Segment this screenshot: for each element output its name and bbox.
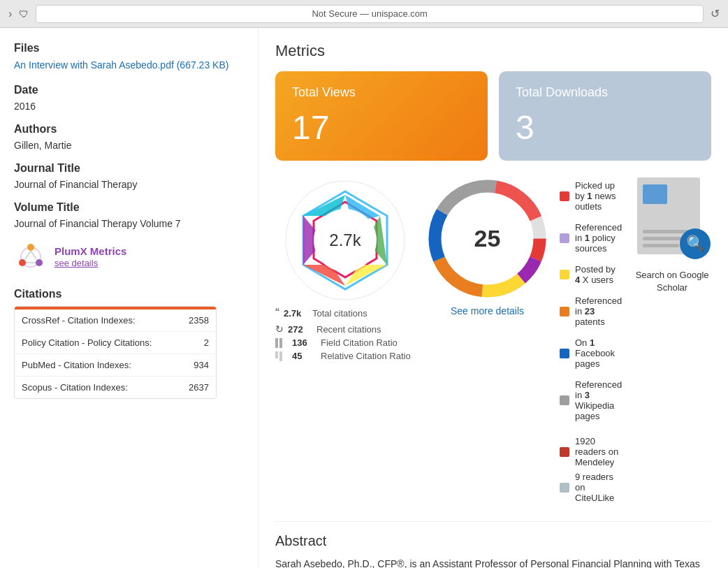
abstract-text: Sarah Asebedo, Ph.D., CFP®, is an Assist… bbox=[275, 556, 711, 568]
facebook-text: On 1 Facebook pages bbox=[575, 337, 622, 369]
breakdown-news: Picked up by 1 news outlets bbox=[560, 180, 622, 212]
back-icon[interactable]: › bbox=[8, 8, 12, 20]
twitter-text: Posted by 4 X users bbox=[575, 264, 622, 285]
citelike-dot bbox=[560, 483, 569, 493]
svg-point-2 bbox=[36, 259, 43, 266]
volume-title: Volume Title bbox=[14, 201, 244, 214]
patents-text: Referenced in 23 patents bbox=[575, 296, 622, 327]
plumx-see-details-link[interactable]: see details bbox=[54, 258, 98, 268]
citelike-text: 9 readers on CiteULike bbox=[575, 472, 622, 503]
metrics-cards: Total Views 17 Total Downloads 3 bbox=[275, 71, 711, 161]
relative-citation-row: 45 Relative Citation Ratio bbox=[275, 351, 415, 361]
sidebar: Files An Interview with Sarah Asebedo.pd… bbox=[0, 28, 259, 568]
patents-dot bbox=[560, 307, 569, 316]
citation-row: Policy Citation - Policy Citations: 2 bbox=[15, 332, 216, 354]
total-views-value: 17 bbox=[292, 108, 471, 147]
plumx-section: PlumX Metrics see details bbox=[14, 240, 244, 274]
shield-icon: 🛡 bbox=[19, 8, 29, 20]
field-citation-num: 136 bbox=[292, 337, 316, 348]
scholar-widget[interactable]: 🔍 Search on Google Scholar bbox=[633, 177, 711, 294]
breakdown-facebook: On 1 Facebook pages bbox=[560, 337, 622, 369]
citation-value-0: 2358 bbox=[181, 315, 209, 326]
citation-value-3: 2637 bbox=[181, 382, 209, 393]
recent-citations-num: 272 bbox=[288, 324, 312, 335]
mendeley-row-2: 9 readers on CiteULike bbox=[560, 472, 622, 503]
date-title: Date bbox=[14, 84, 244, 96]
breakdown-policy: Referenced in 1 policy sources bbox=[560, 222, 622, 254]
svg-point-3 bbox=[19, 259, 26, 266]
total-citations-label: Total citations bbox=[312, 308, 367, 319]
mendeley-dot bbox=[560, 447, 569, 457]
breakdown-patents: Referenced in 23 patents bbox=[560, 296, 622, 327]
date-value: 2016 bbox=[14, 101, 244, 112]
plumx-text: PlumX Metrics see details bbox=[54, 245, 126, 268]
metrics-title: Metrics bbox=[275, 42, 711, 60]
journal-title: Journal Title bbox=[14, 162, 244, 175]
total-downloads-card: Total Downloads 3 bbox=[499, 71, 711, 161]
plumx-logo-icon bbox=[14, 240, 48, 274]
wikipedia-dot bbox=[560, 395, 569, 405]
browser-bar: › 🛡 Not Secure — unispace.com ↺ bbox=[0, 0, 728, 28]
citation-row: CrossRef - Citation Indexes: 2358 bbox=[15, 310, 216, 332]
relative-citation-num: 45 bbox=[292, 351, 316, 361]
citations-section: Citations CrossRef - Citation Indexes: 2… bbox=[14, 288, 244, 399]
main-content: Metrics Total Views 17 Total Downloads 3 bbox=[259, 28, 728, 568]
twitter-dot bbox=[560, 270, 569, 279]
citation-label-3: Scopus - Citation Indexes: bbox=[22, 382, 181, 393]
scholar-label: Search on Google Scholar bbox=[633, 269, 711, 294]
files-title: Files bbox=[14, 42, 244, 54]
total-views-card: Total Views 17 bbox=[275, 71, 488, 161]
plumx-title[interactable]: PlumX Metrics bbox=[54, 245, 126, 257]
citations-title: Citations bbox=[14, 288, 244, 300]
file-link[interactable]: An Interview with Sarah Asebedo.pdf (667… bbox=[14, 59, 244, 73]
citation-label-0: CrossRef - Citation Indexes: bbox=[22, 315, 181, 326]
citation-label-2: PubMed - Citation Indexes: bbox=[22, 360, 181, 370]
volume-value: Journal of Financial Therapy Volume 7 bbox=[14, 218, 244, 229]
wikipedia-text: Referenced in 3 Wikipedia pages bbox=[575, 379, 622, 421]
citation-row: Scopus - Citation Indexes: 2637 bbox=[15, 377, 216, 398]
mendeley-text: 1920 readers on Mendeley bbox=[575, 436, 622, 467]
svg-line-5 bbox=[25, 251, 31, 259]
breakdown-twitter: Posted by 4 X users bbox=[560, 264, 622, 285]
relative-citation-label: Relative Citation Ratio bbox=[321, 351, 411, 361]
url-bar[interactable]: Not Secure — unispace.com bbox=[36, 5, 704, 23]
citation-label-1: Policy Citation - Policy Citations: bbox=[22, 337, 181, 348]
citation-stats: “ 2.7k Total citations ↻ 272 Recent cita… bbox=[275, 306, 415, 364]
plumx-chart: 2.7k bbox=[279, 177, 412, 303]
citation-row: PubMed - Citation Indexes: 934 bbox=[15, 354, 216, 377]
citation-value-2: 934 bbox=[181, 360, 209, 370]
policy-text: Referenced in 1 policy sources bbox=[575, 222, 622, 254]
news-text: Picked up by 1 news outlets bbox=[575, 180, 622, 212]
mendeley-row-1: 1920 readers on Mendeley bbox=[560, 436, 622, 467]
recent-citations-row: ↻ 272 Recent citations bbox=[275, 323, 415, 335]
scholar-img-placeholder bbox=[643, 184, 667, 204]
quote-icon: “ bbox=[275, 306, 279, 321]
scholar-image: 🔍 bbox=[634, 177, 711, 258]
total-citations-num: 2.7k bbox=[284, 308, 308, 319]
abstract-title: Abstract bbox=[275, 533, 711, 549]
plumx-widget: 2.7k “ 2.7k Total citations ↻ 272 Recent… bbox=[275, 177, 415, 364]
search-icon: 🔍 bbox=[680, 228, 711, 259]
see-more-details-link[interactable]: See more details bbox=[451, 305, 524, 316]
total-citations-row: “ 2.7k Total citations bbox=[275, 306, 415, 321]
svg-point-1 bbox=[27, 244, 34, 251]
authors-title: Authors bbox=[14, 123, 244, 136]
svg-line-4 bbox=[31, 251, 36, 259]
news-dot bbox=[560, 191, 569, 201]
reload-icon[interactable]: ↺ bbox=[711, 7, 720, 20]
mendeley-section: 1920 readers on Mendeley 9 readers on Ci… bbox=[560, 436, 622, 507]
altmetric-donut: 25 bbox=[426, 177, 548, 300]
altmetric-widget: 25 See more details bbox=[426, 177, 548, 316]
relative-icon bbox=[275, 351, 288, 361]
authors-value: Gillen, Martie bbox=[14, 140, 244, 151]
refresh-icon: ↻ bbox=[275, 323, 284, 335]
journal-value: Journal of Financial Therapy bbox=[14, 179, 244, 190]
facebook-dot bbox=[560, 349, 569, 358]
total-downloads-label: Total Downloads bbox=[516, 85, 694, 100]
citation-value-1: 2 bbox=[181, 337, 209, 348]
citations-table: CrossRef - Citation Indexes: 2358 Policy… bbox=[14, 306, 217, 399]
browser-nav: › bbox=[8, 8, 12, 20]
field-icon bbox=[275, 338, 288, 348]
field-citation-label: Field Citation Ratio bbox=[321, 337, 398, 348]
field-citation-row: 136 Field Citation Ratio bbox=[275, 337, 415, 348]
